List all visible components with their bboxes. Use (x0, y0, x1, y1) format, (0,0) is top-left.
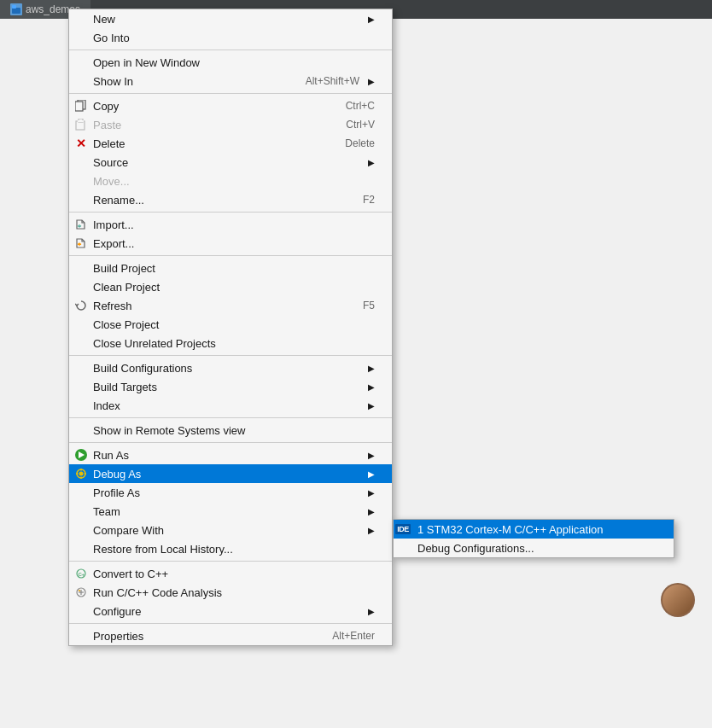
submenu-item-stm32-label: 1 STM32 Cortex-M C/C++ Application (417, 523, 603, 536)
separator-7 (69, 442, 392, 443)
separator-5 (69, 355, 392, 356)
separator-4 (69, 255, 392, 256)
menu-item-build-project[interactable]: Build Project (69, 259, 392, 277)
arrow-icon: ▶ (368, 526, 375, 535)
refresh-icon (74, 299, 88, 312)
svg-rect-0 (12, 8, 20, 14)
menu-item-clean-project[interactable]: Clean Project (69, 277, 392, 296)
menu-item-import[interactable]: Import... (69, 215, 392, 234)
arrow-icon: ▶ (368, 15, 375, 24)
ide-icon: IDE (399, 522, 412, 536)
svg-point-19 (79, 590, 80, 591)
menu-item-new[interactable]: New ▶ (69, 9, 392, 28)
arrow-icon: ▶ (368, 451, 375, 460)
menu-item-close-project[interactable]: Close Project (69, 315, 392, 334)
svg-text:+: + (82, 572, 85, 577)
menu-item-properties[interactable]: Properties Alt+Enter (69, 626, 392, 645)
separator-9 (69, 623, 392, 624)
submenu-debug-as: IDE 1 STM32 Cortex-M C/C++ Application D… (393, 519, 674, 558)
arrow-icon: ▶ (368, 77, 375, 86)
project-tab-icon (10, 3, 22, 15)
menu-item-move: Move... (69, 172, 392, 190)
svg-rect-3 (75, 102, 83, 111)
menu-item-show-in[interactable]: Show In Alt+Shift+W ▶ (69, 72, 392, 90)
avatar (661, 583, 695, 617)
menu-item-close-unrelated[interactable]: Close Unrelated Projects (69, 334, 392, 352)
menu-item-profile-as[interactable]: Profile As ▶ (69, 483, 392, 502)
menu-item-compare-with[interactable]: Compare With ▶ (69, 521, 392, 539)
export-icon (74, 236, 88, 250)
menu-item-refresh[interactable]: Refresh F5 (69, 296, 392, 315)
separator-3 (69, 212, 392, 213)
menu-item-source[interactable]: Source ▶ (69, 153, 392, 172)
arrow-icon: ▶ (368, 382, 375, 392)
debug-as-icon (74, 467, 88, 480)
arrow-icon: ▶ (368, 401, 375, 411)
arrow-icon: ▶ (368, 507, 375, 516)
menu-item-show-remote[interactable]: Show in Remote Systems view (69, 421, 392, 440)
import-icon (74, 218, 88, 231)
menu-item-restore-local[interactable]: Restore from Local History... (69, 539, 392, 558)
menu-item-run-analysis[interactable]: Run C/C++ Code Analysis (69, 583, 392, 602)
menu-item-build-targets[interactable]: Build Targets ▶ (69, 377, 392, 396)
arrow-icon: ▶ (368, 158, 375, 167)
submenu-item-debug-configs[interactable]: Debug Configurations... (394, 539, 674, 557)
separator-1 (69, 50, 392, 50)
separator-6 (69, 417, 392, 418)
arrow-icon: ▶ (368, 364, 375, 373)
svg-rect-1 (12, 5, 16, 9)
copy-icon (74, 99, 88, 113)
svg-point-8 (79, 472, 84, 476)
menu-item-index[interactable]: Index ▶ (69, 396, 392, 415)
menu-item-debug-as[interactable]: Debug As ▶ (69, 464, 392, 483)
menu-item-convert-cpp[interactable]: C + Convert to C++ (69, 564, 392, 583)
context-menu: New ▶ Go Into Open in New Window Show In… (68, 9, 393, 646)
menu-item-copy[interactable]: Copy Ctrl+C (69, 96, 392, 115)
menu-item-open-new-window[interactable]: Open in New Window (69, 53, 392, 72)
paste-icon (74, 118, 88, 131)
submenu-item-debug-configs-label: Debug Configurations... (417, 542, 534, 555)
menu-item-team[interactable]: Team ▶ (69, 502, 392, 521)
menu-item-paste: Paste Ctrl+V (69, 115, 392, 134)
separator-2 (69, 93, 392, 94)
arrow-icon: ▶ (368, 469, 375, 479)
menu-item-export[interactable]: Export... (69, 234, 392, 253)
menu-item-run-as[interactable]: Run As ▶ (69, 446, 392, 464)
separator-8 (69, 561, 392, 562)
submenu-item-stm32[interactable]: IDE 1 STM32 Cortex-M C/C++ Application (394, 520, 674, 539)
menu-item-go-into[interactable]: Go Into (69, 28, 392, 47)
menu-item-build-configurations[interactable]: Build Configurations ▶ (69, 358, 392, 377)
run-as-icon (74, 448, 88, 462)
avatar-image (662, 585, 693, 615)
convert-icon: C + (74, 567, 88, 580)
arrow-icon: ▶ (368, 607, 375, 616)
menu-item-rename[interactable]: Rename... F2 (69, 190, 392, 209)
svg-rect-6 (78, 120, 84, 122)
menu-item-configure[interactable]: Configure ▶ (69, 602, 392, 620)
arrow-icon: ▶ (368, 488, 375, 498)
analysis-icon (74, 585, 88, 599)
delete-icon: ✕ (74, 137, 88, 150)
menu-item-delete[interactable]: ✕ Delete Delete (69, 134, 392, 153)
